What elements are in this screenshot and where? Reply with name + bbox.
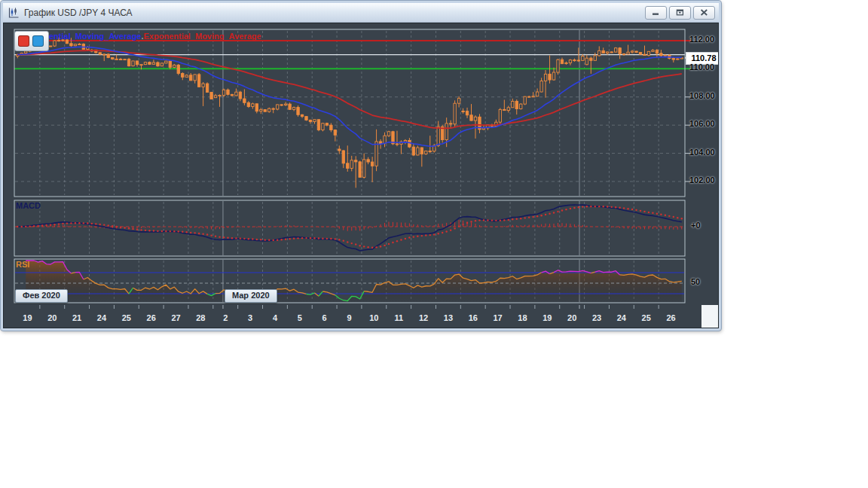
ema-overlays bbox=[17, 47, 682, 146]
time-axis-label: 13 bbox=[439, 313, 458, 322]
ema-blue-legend-label[interactable]: ential_Moving_Average bbox=[49, 32, 141, 41]
price-axis-label: 108.00 bbox=[689, 91, 715, 100]
time-axis-label: 19 bbox=[537, 313, 557, 322]
macd-line bbox=[17, 205, 682, 251]
chart-toolbar bbox=[14, 31, 49, 51]
time-axis-label: 17 bbox=[488, 313, 508, 322]
time-axis-label: 25 bbox=[117, 313, 136, 322]
time-axis-label: 27 bbox=[167, 313, 186, 322]
time-axis-label: 24 bbox=[612, 313, 631, 322]
time-axis-label: 19 bbox=[17, 313, 37, 322]
rsi-panel-label: RSI bbox=[16, 260, 29, 269]
time-axis-label: 2 bbox=[215, 313, 235, 322]
time-axis-label: 20 bbox=[562, 313, 582, 322]
time-axis-label: 10 bbox=[364, 313, 384, 322]
time-axis-label: 16 bbox=[463, 313, 483, 322]
level-lines bbox=[14, 41, 691, 69]
price-axis-label: 110.00 bbox=[689, 63, 714, 72]
time-axis-label: 11 bbox=[389, 313, 408, 322]
window-title: График USD /JPY 4 ЧАСА bbox=[24, 8, 645, 18]
time-axis-label: 26 bbox=[662, 313, 681, 322]
candles-layer bbox=[17, 38, 683, 188]
minimize-icon bbox=[652, 9, 660, 16]
time-axis-label: 4 bbox=[265, 313, 285, 322]
grid-layer bbox=[15, 30, 690, 309]
time-axis-label: 25 bbox=[637, 313, 656, 322]
price-axis-label: 102.00 bbox=[689, 175, 715, 185]
time-axis-label: 21 bbox=[67, 313, 87, 322]
window-titlebar[interactable]: График USD /JPY 4 ЧАСА bbox=[3, 3, 719, 23]
month-marker: Мар 2020 bbox=[225, 289, 277, 303]
close-icon bbox=[700, 9, 708, 16]
ema-red-legend-label[interactable]: Exponential_Moving_Average bbox=[144, 32, 261, 41]
time-axis-label: 5 bbox=[290, 313, 310, 322]
price-axis-label: 104.00 bbox=[689, 148, 715, 157]
maximize-button[interactable] bbox=[669, 6, 691, 20]
time-axis-label: 9 bbox=[340, 313, 359, 322]
price-axis-label: 112.00 bbox=[689, 35, 714, 44]
month-marker: Фев 2020 bbox=[15, 289, 68, 303]
time-axis-label: 3 bbox=[240, 313, 260, 322]
red-square-button[interactable] bbox=[18, 35, 29, 47]
time-axis-label: 6 bbox=[315, 313, 335, 322]
time-axis-label: 23 bbox=[587, 313, 607, 322]
axis-corner bbox=[701, 305, 719, 328]
time-axis-label: 24 bbox=[92, 313, 112, 322]
minimize-button[interactable] bbox=[645, 6, 667, 20]
time-axis-label: 20 bbox=[42, 313, 62, 322]
ema-fast-blue-line bbox=[17, 47, 682, 146]
candlestick-chart-icon bbox=[7, 7, 20, 19]
blue-square-button[interactable] bbox=[32, 35, 44, 47]
ema-slow-red-line bbox=[17, 50, 682, 128]
macd-layer bbox=[17, 205, 683, 251]
rsi-layer bbox=[15, 261, 684, 302]
chart-window: График USD /JPY 4 ЧАСА bbox=[1, 1, 721, 331]
close-button[interactable] bbox=[693, 6, 715, 20]
time-axis-label: 12 bbox=[414, 313, 433, 322]
chart-client-area: ential_Moving_Average.Exponential_Moving… bbox=[3, 23, 719, 328]
chart-canvas[interactable] bbox=[4, 23, 718, 328]
price-axis-label: 106.00 bbox=[689, 119, 715, 128]
macd-panel-label: MACD bbox=[16, 201, 41, 210]
macd-zero-axis-label: +0 bbox=[691, 221, 701, 230]
restore-icon bbox=[676, 9, 684, 16]
time-axis-label: 18 bbox=[512, 313, 532, 322]
rsi-50-axis-label: 50 bbox=[691, 277, 700, 286]
time-axis-label: 28 bbox=[191, 313, 210, 322]
rsi-fill bbox=[26, 261, 682, 302]
time-axis-label: 26 bbox=[142, 313, 161, 322]
window-controls bbox=[645, 6, 715, 20]
indicator-legend[interactable]: ential_Moving_Average.Exponential_Moving… bbox=[49, 32, 261, 41]
